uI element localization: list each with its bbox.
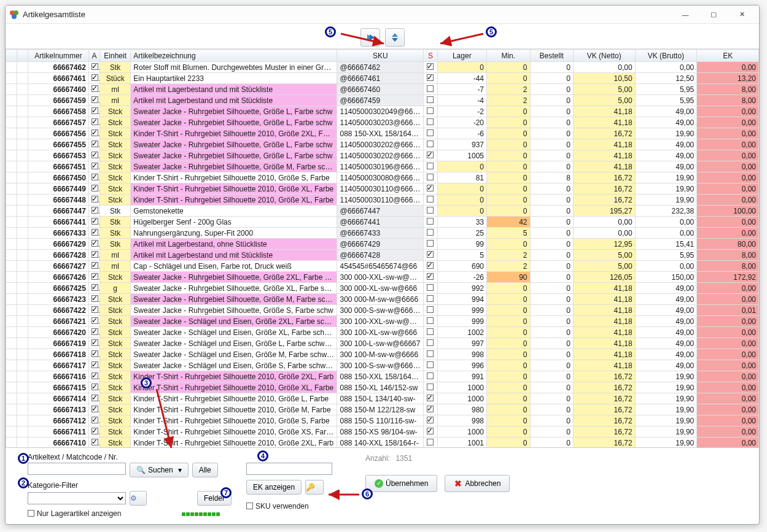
anzahl-value: 1351 xyxy=(395,454,412,463)
table-row[interactable]: 66667462StkRoter Stoff mit Blumen. Durch… xyxy=(6,62,759,73)
svg-marker-5 xyxy=(392,33,398,37)
arrow-icon xyxy=(325,490,360,501)
table-row[interactable]: 66667422StckSweater Jacke - Ruhrgebiet S… xyxy=(6,305,759,316)
header-row: Artikelnummer A Einheit Artikelbezeichnu… xyxy=(6,50,759,62)
ok-icon: ✓ xyxy=(375,479,383,488)
table-row[interactable]: 66667416StckKinder T-Shirt - Ruhrgebiet … xyxy=(6,371,759,382)
annotation-3: 3 xyxy=(141,377,152,388)
table-row[interactable]: 66667461StückEin Hauptartikel 2233@66667… xyxy=(6,73,759,84)
svg-marker-6 xyxy=(392,38,398,42)
titlebar: Artikelgesamtliste — ▢ ✕ xyxy=(6,6,759,24)
table-row[interactable]: 66667419StckSweater Jacke - Schlägel und… xyxy=(6,338,759,349)
table-row[interactable]: 66667415StckKinder T-Shirt - Ruhrgebiet … xyxy=(6,382,759,393)
table-row[interactable]: 66667450StckKinder T-Shirt - Ruhrgebiet … xyxy=(6,172,759,183)
col-vk-brutto[interactable]: VK (Brutto) xyxy=(635,50,697,62)
window-title: Artikelgesamtliste xyxy=(23,10,85,19)
maximize-button[interactable]: ▢ xyxy=(700,7,727,23)
table-row[interactable]: 66667458StckSweater Jacke - Ruhrgebiet S… xyxy=(6,106,759,117)
table-row[interactable]: 66667457StckSweater Jacke - Ruhrgebiet S… xyxy=(6,117,759,128)
annotation-4: 4 xyxy=(257,450,268,461)
table-row[interactable]: 66667425gSweater Jacke - Ruhrgebiet Silh… xyxy=(6,283,759,294)
table-row[interactable]: 66667420StckSweater Jacke - Schlägel und… xyxy=(6,327,759,338)
col-bezeichnung[interactable]: Artikelbezeichnung xyxy=(131,50,337,62)
table-row[interactable]: 66667433StkNahrungsergänzung, Super-Fit … xyxy=(6,228,759,239)
col-artikelnummer[interactable]: Artikelnummer xyxy=(28,50,89,62)
table-row[interactable]: 66667455StckSweater Jacke - Ruhrgebiet S… xyxy=(6,139,759,150)
table-row[interactable]: 66667423StckSweater Jacke - Ruhrgebiet S… xyxy=(6,294,759,305)
svg-point-2 xyxy=(12,14,17,19)
col-einheit[interactable]: Einheit xyxy=(99,50,130,62)
annotation-5b: 5 xyxy=(486,26,497,37)
col-s[interactable]: S xyxy=(424,50,437,62)
status-dots xyxy=(182,509,220,518)
cancel-icon: ✖ xyxy=(454,479,462,488)
main-window: Artikelgesamtliste — ▢ ✕ 5 5 Artikelnumm… xyxy=(5,5,760,525)
annotation-1: 1 xyxy=(18,453,29,464)
alle-button[interactable]: Alle xyxy=(192,463,218,477)
anzahl-label: Anzahl: xyxy=(365,454,390,463)
table-row[interactable]: 66667421StckSweater Jacke - Schlägel und… xyxy=(6,316,759,327)
lager-checkbox[interactable]: Nur Lagerartikel anzeigen xyxy=(28,509,121,518)
annotation-5a: 5 xyxy=(325,26,336,37)
search-input[interactable] xyxy=(28,463,126,475)
table-row[interactable]: 66667451StckSweater Jacke - Ruhrgebiet S… xyxy=(6,161,759,172)
svg-line-10 xyxy=(440,34,483,44)
article-grid[interactable]: Artikelnummer A Einheit Artikelbezeichnu… xyxy=(6,48,759,447)
arrow-icon xyxy=(341,28,390,46)
table-row[interactable]: 66667429StkArtikel mit Lagerbestand, ohn… xyxy=(6,239,759,250)
kategorie-label: Kategorie-Filter xyxy=(28,481,232,490)
gear-icon: ⚙ xyxy=(130,494,137,503)
col-min[interactable]: Min. xyxy=(487,50,530,62)
col-bestellt[interactable]: Bestellt xyxy=(530,50,573,62)
table-row[interactable]: 66667441StkHügelberger Senf - 200g Glas@… xyxy=(6,217,759,228)
kategorie-select[interactable] xyxy=(28,492,126,504)
gear-button[interactable]: ⚙ xyxy=(130,491,147,506)
table-row[interactable]: 66667460mlArtikel mit Lagerbestand und m… xyxy=(6,84,759,95)
table-row[interactable]: 66667459mlArtikel mit Lagerbestand und m… xyxy=(6,95,759,106)
col-sku[interactable]: SKU xyxy=(337,50,424,62)
table-row[interactable]: 66667411StckKinder T-Shirt - Ruhrgebiet … xyxy=(6,426,759,438)
arrow-icon xyxy=(435,28,485,46)
ek-anzeigen-button[interactable]: EK anzeigen xyxy=(246,480,302,495)
table-row[interactable]: 66667426StckSweater Jacke - Ruhrgebiet S… xyxy=(6,272,759,283)
table-row[interactable]: 66667447StkGemstonekette@66667447000195,… xyxy=(6,206,759,217)
table-row[interactable]: 66667456StckKinder T-Shirt - Ruhrgebiet … xyxy=(6,128,759,139)
col-lager[interactable]: Lager xyxy=(437,50,487,62)
svg-line-8 xyxy=(341,34,384,44)
suchen-button[interactable]: 🔍Suchen▾ xyxy=(130,463,189,477)
search-icon: 🔍 xyxy=(136,466,146,474)
annotation-2: 2 xyxy=(18,477,29,488)
key-icon: 🔑 xyxy=(306,483,315,492)
search-label: Artikeltext / Matchcode / Nr. xyxy=(28,453,232,461)
annotation-6: 6 xyxy=(362,488,373,499)
table-row[interactable]: 66667427mlCap - Schlägel und Eisen, Farb… xyxy=(6,261,759,272)
minimize-button[interactable]: — xyxy=(672,7,699,23)
table-row[interactable]: 66667417StckSweater Jacke - Schlägel und… xyxy=(6,360,759,371)
table-row[interactable]: 66667414StckKinder T-Shirt - Ruhrgebiet … xyxy=(6,393,759,404)
col-a[interactable]: A xyxy=(88,50,99,62)
col-ek[interactable]: EK xyxy=(697,50,759,62)
table-row[interactable]: 66667453StckSweater Jacke - Ruhrgebiet S… xyxy=(6,150,759,161)
abbrechen-button[interactable]: ✖Abbrechen xyxy=(445,475,510,492)
col-vk-netto[interactable]: VK (Netto) xyxy=(573,50,635,62)
table-row[interactable]: 66667412StckKinder T-Shirt - Ruhrgebiet … xyxy=(6,415,759,426)
sku-checkbox[interactable]: SKU verwenden xyxy=(246,502,351,511)
app-logo-icon xyxy=(9,10,19,20)
table-row[interactable]: 66667418StckSweater Jacke - Schlägel und… xyxy=(6,349,759,360)
toolbar: 5 5 xyxy=(6,24,759,48)
uebernehmen-button[interactable]: ✓Übernehmen xyxy=(365,475,437,492)
table-row[interactable]: 66667410StckKinder T-Shirt - Ruhrgebiet … xyxy=(6,438,759,448)
table-row[interactable]: 66667449StckKinder T-Shirt - Ruhrgebiet … xyxy=(6,183,759,195)
key-button[interactable]: 🔑 xyxy=(305,480,324,495)
bottom-panel: 1 2 3 4 6 7 Artikeltext / Matchcode / Nr… xyxy=(6,447,759,524)
annotation-7: 7 xyxy=(220,487,232,498)
ek-input[interactable] xyxy=(246,463,332,475)
table-row[interactable]: 66667413StckKinder T-Shirt - Ruhrgebiet … xyxy=(6,404,759,415)
close-button[interactable]: ✕ xyxy=(728,7,755,23)
table-row[interactable]: 66667448StckKinder T-Shirt - Ruhrgebiet … xyxy=(6,195,759,206)
arrow-icon xyxy=(153,387,184,454)
table-row[interactable]: 66667428mlArtikel mit Lagerbestand und m… xyxy=(6,250,759,261)
svg-line-12 xyxy=(157,389,171,448)
